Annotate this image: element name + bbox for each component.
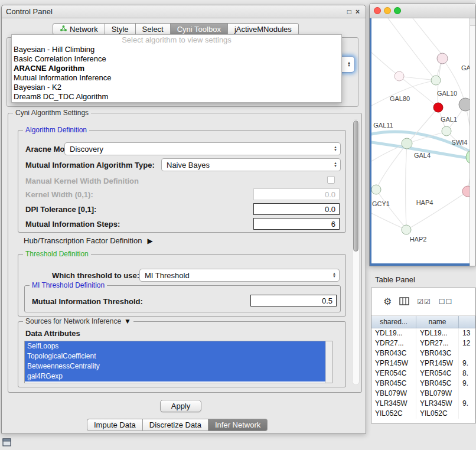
tab-jactivemnodules[interactable]: jActiveMNodules bbox=[228, 23, 299, 35]
tab-network[interactable]: Network bbox=[53, 23, 105, 35]
algorithm-option[interactable]: ARACNE Algorithm bbox=[12, 64, 341, 73]
mi-threshold-label: Mutual Information Threshold: bbox=[32, 297, 143, 306]
floating-panel-icon[interactable] bbox=[2, 438, 12, 447]
table-row[interactable]: YDR27...YDR27...12 bbox=[371, 338, 475, 348]
table-row[interactable]: YBR045CYBR045C9. bbox=[371, 379, 475, 389]
manual-kernel-checkbox[interactable] bbox=[327, 176, 335, 184]
tab-cyni-toolbox[interactable]: Cyni Toolbox bbox=[171, 23, 228, 35]
table-cell: YPR145W bbox=[416, 358, 459, 369]
aracne-mode-select[interactable]: Discovery ▲▼ bbox=[64, 142, 341, 155]
column-header-extra[interactable] bbox=[459, 316, 475, 328]
select-all-icon[interactable]: ☑☑ bbox=[417, 298, 431, 305]
network-edge[interactable] bbox=[388, 18, 436, 80]
tab-infer-network[interactable]: Infer Network bbox=[208, 419, 268, 431]
network-edge[interactable] bbox=[376, 190, 405, 227]
network-edge[interactable] bbox=[409, 191, 468, 229]
network-edge[interactable] bbox=[465, 105, 470, 154]
algorithm-option[interactable]: Basic Correlation Inference bbox=[12, 54, 341, 64]
data-attributes-label: Data Attributes bbox=[25, 329, 80, 338]
table-row[interactable]: YBL079WYBL079W bbox=[371, 389, 475, 399]
tab-label: Discretize Data bbox=[149, 420, 201, 430]
table-row[interactable]: YER054CYER054C8. bbox=[371, 369, 475, 379]
network-node[interactable] bbox=[395, 71, 404, 81]
tab-style[interactable]: Style bbox=[105, 23, 136, 35]
expand-arrow-icon[interactable]: ▶ bbox=[147, 237, 152, 245]
network-edge[interactable] bbox=[371, 53, 399, 76]
network-edge[interactable] bbox=[371, 213, 404, 229]
algorithm-option[interactable]: Dream8 DC_TDC Algorithm bbox=[12, 92, 341, 102]
tab-impute-data[interactable]: Impute Data bbox=[87, 419, 143, 431]
network-node[interactable] bbox=[433, 103, 443, 112]
which-threshold-select[interactable]: MI Threshold ▲▼ bbox=[139, 269, 340, 282]
algorithm-option[interactable]: Bayesian - K2 bbox=[12, 83, 341, 92]
table-cell: 13 bbox=[459, 328, 475, 338]
network-window-titlebar[interactable] bbox=[370, 4, 475, 18]
close-icon[interactable]: × bbox=[356, 6, 360, 17]
network-node[interactable] bbox=[442, 126, 451, 136]
mi-algorithm-type-select[interactable]: Naive Bayes ▲▼ bbox=[161, 158, 341, 171]
tab-select[interactable]: Select bbox=[136, 23, 171, 35]
table-row[interactable]: YDL19...YDL19...13 bbox=[371, 328, 475, 338]
network-node[interactable] bbox=[402, 225, 411, 234]
attribute-item[interactable]: gal4RGexp bbox=[25, 371, 325, 381]
attribute-item[interactable]: SelfLoops bbox=[25, 341, 325, 351]
settings-scrollbar-thumb[interactable] bbox=[353, 120, 358, 252]
table-row[interactable]: YIL052CYIL052C bbox=[371, 409, 475, 419]
sources-group-title[interactable]: Sources for Network Inference ▼ bbox=[23, 317, 133, 325]
hub-definition-section[interactable]: Hub/Transcription Factor Definition ▶ bbox=[24, 236, 153, 245]
float-window-icon[interactable]: □ bbox=[347, 6, 351, 17]
network-node[interactable] bbox=[462, 186, 470, 197]
network-node[interactable] bbox=[431, 76, 441, 85]
network-edge[interactable] bbox=[399, 76, 436, 80]
column-header-shared-name[interactable]: shared... bbox=[371, 316, 416, 328]
network-edge[interactable] bbox=[413, 18, 442, 55]
data-attributes-rows: SelfLoopsTopologicalCoefficientBetweenne… bbox=[25, 341, 325, 383]
control-panel-titlebar[interactable]: Control Panel □ × bbox=[2, 5, 366, 18]
table-row[interactable]: YPR145WYPR145W9. bbox=[371, 358, 475, 369]
attributes-list-scrollbar[interactable] bbox=[325, 341, 332, 383]
mi-threshold-definition-title: MI Threshold Definition bbox=[30, 281, 107, 289]
table-cell: YBR043C bbox=[371, 348, 416, 358]
mi-threshold-field[interactable]: 0.5 bbox=[250, 295, 337, 306]
attribute-item[interactable]: BetweennessCentrality bbox=[25, 361, 325, 371]
threshold-definition-title: Threshold Definition bbox=[23, 250, 91, 258]
algorithm-option[interactable]: Bayesian - Hill Climbing bbox=[12, 45, 341, 54]
network-node[interactable] bbox=[371, 185, 381, 194]
network-tab-icon bbox=[60, 25, 67, 34]
table-row[interactable]: YLR345WYLR345W9. bbox=[371, 399, 475, 409]
zoom-traffic-light-icon[interactable] bbox=[394, 7, 401, 14]
dpi-tolerance-field[interactable]: 0.0 bbox=[253, 203, 340, 215]
hub-definition-label: Hub/Transcription Factor Definition bbox=[24, 236, 142, 245]
tab-label: Infer Network bbox=[215, 420, 260, 430]
apply-button[interactable]: Apply bbox=[160, 400, 201, 412]
combo-value: Discovery bbox=[70, 145, 103, 154]
settings-scrollbar[interactable] bbox=[352, 119, 360, 385]
network-canvas[interactable]: GAL80GALGAL10GAL11GAL1SWI4GAL4GCY1HAP4YH… bbox=[370, 18, 470, 266]
network-node[interactable] bbox=[437, 53, 448, 64]
tab-discretize-data[interactable]: Discretize Data bbox=[143, 419, 208, 431]
kernel-width-field[interactable]: 0.0 bbox=[253, 188, 340, 200]
field-value: 6 bbox=[331, 220, 335, 229]
attribute-item[interactable]: TopologicalCoefficient bbox=[25, 351, 325, 361]
table-row[interactable]: YBR043CYBR043C bbox=[371, 348, 475, 358]
combo-value: MI Threshold bbox=[145, 271, 190, 280]
columns-icon[interactable] bbox=[399, 297, 409, 307]
data-attributes-list[interactable]: SelfLoopsTopologicalCoefficientBetweenne… bbox=[24, 341, 332, 383]
column-header-name[interactable]: name bbox=[416, 316, 459, 328]
table-panel-title: Table Panel bbox=[375, 275, 415, 284]
gear-icon[interactable]: ⚙ bbox=[383, 297, 392, 306]
network-vertical-scrollbar[interactable] bbox=[470, 18, 475, 266]
close-traffic-light-icon[interactable] bbox=[374, 7, 381, 14]
network-node-label: SWI4 bbox=[452, 139, 468, 146]
network-node[interactable] bbox=[402, 138, 412, 149]
collapse-arrow-icon[interactable]: ▼ bbox=[124, 317, 131, 325]
scrollbar-arrow-box[interactable] bbox=[470, 18, 475, 26]
cyni-bottom-tabs: Impute Data Discretize Data Infer Networ… bbox=[87, 419, 268, 431]
network-node[interactable] bbox=[459, 98, 470, 111]
deselect-all-icon[interactable]: ☐☐ bbox=[439, 298, 453, 305]
network-edge[interactable] bbox=[406, 144, 407, 227]
table-cell: 9. bbox=[459, 358, 475, 369]
minimize-traffic-light-icon[interactable] bbox=[384, 7, 391, 14]
algorithm-option[interactable]: Mutual Information Inference bbox=[12, 73, 341, 83]
mi-steps-field[interactable]: 6 bbox=[253, 218, 340, 230]
